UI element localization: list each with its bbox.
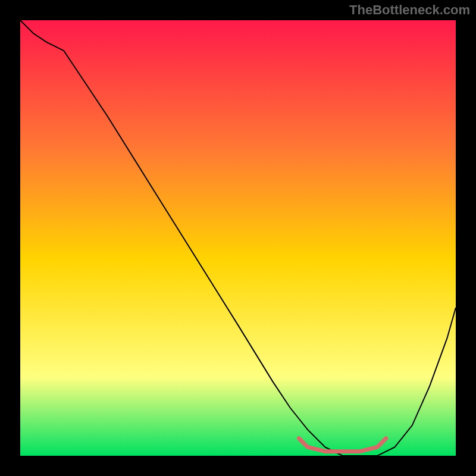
plot-area <box>20 20 456 456</box>
chart-container: TheBottleneck.com <box>0 0 476 476</box>
watermark-text: TheBottleneck.com <box>349 2 470 18</box>
gradient-background <box>20 20 456 456</box>
chart-svg <box>20 20 456 456</box>
